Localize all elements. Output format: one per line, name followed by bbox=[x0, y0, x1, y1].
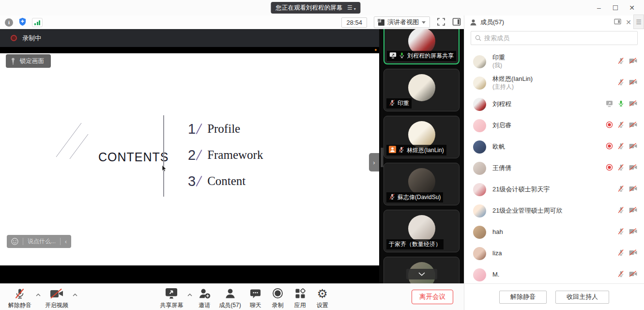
unmute-button[interactable]: 解除静音 bbox=[5, 285, 35, 310]
thumbnail-avatar bbox=[408, 121, 435, 148]
toc-number: 1 bbox=[188, 121, 196, 137]
mic-status-icon bbox=[617, 164, 625, 172]
member-row[interactable]: 刘启睿 bbox=[464, 115, 644, 136]
member-row[interactable]: 印重 (我) bbox=[464, 51, 644, 72]
mic-status-icon bbox=[617, 78, 625, 87]
mic-status-icon bbox=[617, 121, 625, 130]
member-row[interactable]: hah bbox=[464, 221, 644, 243]
settings-button[interactable]: ⚙ 设置 bbox=[311, 285, 334, 310]
unmute-all-button[interactable]: 解除静音 bbox=[499, 291, 547, 304]
video-options-chevron[interactable] bbox=[73, 291, 77, 304]
member-avatar bbox=[473, 162, 486, 175]
speaker-view-icon bbox=[378, 19, 384, 26]
screen-share-badge-icon bbox=[606, 100, 613, 108]
video-thumbnail[interactable]: 于家齐（数量经济） bbox=[383, 210, 460, 252]
member-avatar bbox=[473, 183, 486, 196]
strip-drag-handle[interactable] bbox=[381, 148, 383, 167]
reclaim-host-button[interactable]: 收回主持人 bbox=[555, 291, 609, 304]
member-name: 刘程程 bbox=[492, 100, 606, 108]
apps-button[interactable]: 应用 bbox=[289, 285, 311, 310]
network-signal-icon[interactable] bbox=[32, 18, 43, 27]
emoji-icon[interactable] bbox=[7, 238, 23, 245]
camera-muted-icon bbox=[50, 287, 63, 300]
side-panel-toggle-button[interactable] bbox=[452, 17, 461, 28]
unmute-label: 解除静音 bbox=[8, 301, 31, 310]
member-row[interactable]: liza bbox=[464, 243, 644, 264]
message-placeholder[interactable]: 说点什么... bbox=[23, 238, 60, 245]
members-button[interactable]: 成员(57) bbox=[215, 285, 244, 310]
pin-view-button[interactable]: 锁定画面 bbox=[6, 54, 51, 68]
member-name: hah bbox=[492, 228, 617, 236]
video-thumbnail[interactable]: 蘇志偉(DavidSu) bbox=[383, 163, 460, 205]
member-avatar bbox=[473, 140, 486, 154]
slash-decoration bbox=[196, 176, 202, 186]
close-panel-icon[interactable]: ✕ bbox=[626, 18, 631, 26]
start-video-button[interactable]: 开启视频 bbox=[42, 285, 72, 310]
member-name: 欧帆 bbox=[492, 143, 606, 151]
start-video-label: 开启视频 bbox=[45, 301, 68, 310]
member-name: 刘启睿 bbox=[492, 122, 606, 129]
audio-options-chevron[interactable] bbox=[36, 291, 41, 304]
share-screen-icon bbox=[165, 287, 178, 300]
member-search-box[interactable] bbox=[471, 31, 638, 45]
thumbnail-label: 蘇志偉(DavidSu) bbox=[386, 192, 443, 202]
mic-status-icon bbox=[617, 270, 625, 279]
watching-banner[interactable]: 您正在观看刘程程的屏幕 ☰ bbox=[271, 2, 360, 14]
member-row[interactable]: 21级企业管理硕士周可欣 bbox=[464, 200, 644, 221]
members-icon bbox=[224, 287, 236, 300]
member-search-input[interactable] bbox=[484, 34, 633, 42]
quick-message-bar[interactable]: 说点什么... ‹ bbox=[7, 235, 71, 248]
leave-meeting-button[interactable]: 离开会议 bbox=[412, 290, 453, 304]
share-screen-button[interactable]: 共享屏幕 bbox=[156, 285, 186, 310]
switch-screen-menu-icon[interactable]: ☰ bbox=[347, 5, 356, 11]
thumbnail-avatar bbox=[408, 74, 435, 101]
record-button[interactable]: 录制 bbox=[267, 285, 289, 310]
collapse-message-icon[interactable]: ‹ bbox=[60, 238, 71, 245]
member-subtitle: (主持人) bbox=[492, 83, 617, 91]
member-row[interactable]: 林煜恩(IanLin) (主持人) bbox=[464, 72, 644, 93]
member-row[interactable]: 王倩倩 bbox=[464, 157, 644, 179]
share-options-chevron[interactable] bbox=[187, 291, 192, 304]
invite-icon bbox=[199, 287, 211, 300]
thumbnails-scroll-down-button[interactable] bbox=[406, 269, 437, 279]
toc-item: 2 Framework bbox=[188, 146, 263, 164]
members-panel-title: 成员(57) bbox=[480, 18, 504, 27]
invite-button[interactable]: 邀请 bbox=[193, 285, 215, 310]
thumbnail-avatar bbox=[408, 168, 435, 195]
members-panel: 成员(57) ✕ ☰ 印重 (我) bbox=[464, 16, 644, 310]
camera-status-icon bbox=[629, 100, 637, 108]
video-thumbnail[interactable]: 林煜恩(IanLin) bbox=[383, 116, 460, 158]
member-name: 21级企业管理硕士周可欣 bbox=[492, 207, 617, 215]
video-thumbnail[interactable]: 印重 bbox=[383, 69, 460, 111]
chat-button[interactable]: 聊天 bbox=[245, 285, 267, 310]
meeting-timer: 28:54 bbox=[341, 17, 367, 28]
fullscreen-button[interactable] bbox=[437, 17, 445, 28]
camera-status-icon bbox=[629, 228, 637, 236]
view-mode-button[interactable]: 演讲者视图 bbox=[374, 16, 430, 28]
thumbnail-label: 于家齐（数量经济） bbox=[386, 239, 444, 249]
popout-panel-icon[interactable] bbox=[614, 18, 621, 26]
window-controls: – ☐ ✕ bbox=[591, 0, 640, 16]
slash-decoration bbox=[196, 124, 202, 134]
presentation-slide: CONTENTS 1 Profile 2 Framework 3 Content bbox=[0, 53, 379, 265]
recording-badge-icon bbox=[606, 142, 613, 151]
meeting-info-icon[interactable]: i bbox=[5, 18, 13, 27]
member-row[interactable]: 21级会计硕士郭天宇 bbox=[464, 179, 644, 200]
security-shield-icon[interactable] bbox=[18, 17, 27, 28]
video-thumbnail-strip: 刘程程的屏幕共享 印重 林煜恩(IanLin) bbox=[379, 29, 464, 283]
member-row[interactable]: M. bbox=[464, 264, 644, 283]
mouse-cursor bbox=[162, 165, 167, 171]
member-subtitle: (我) bbox=[492, 62, 617, 69]
settings-gear-icon: ⚙ bbox=[317, 287, 327, 300]
strip-collapse-handle[interactable]: › bbox=[369, 153, 379, 171]
thumbnail-label: 刘程程的屏幕共享 bbox=[387, 51, 456, 61]
video-thumbnail[interactable]: 刘程程的屏幕共享 bbox=[383, 29, 460, 64]
minimize-button[interactable]: – bbox=[591, 0, 607, 16]
close-button[interactable]: ✕ bbox=[624, 0, 640, 16]
share-screen-label: 共享屏幕 bbox=[160, 301, 183, 310]
member-row[interactable]: 刘程程 bbox=[464, 93, 644, 115]
panel-menu-icon[interactable]: ☰ bbox=[633, 15, 644, 29]
member-row[interactable]: 欧帆 bbox=[464, 136, 644, 157]
maximize-button[interactable]: ☐ bbox=[607, 0, 624, 16]
mic-status-icon bbox=[617, 100, 625, 108]
